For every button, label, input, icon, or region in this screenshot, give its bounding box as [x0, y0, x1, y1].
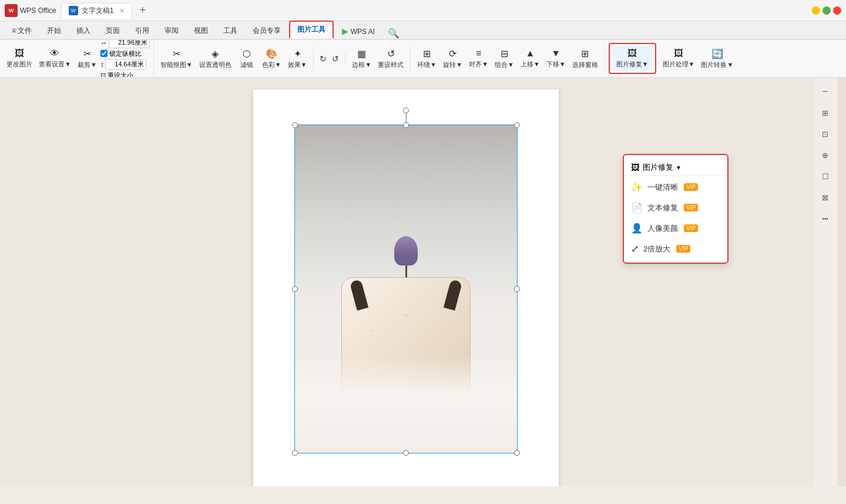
handle-top-left[interactable] — [292, 122, 298, 128]
rotate-line — [406, 113, 407, 122]
toolbar-group-edit: ✂ 智能抠图▼ ◈ 设置透明色 ⬡ 滤镜 🎨 色彩▼ ✦ 效果▼ — [157, 46, 314, 71]
toolbar-group-pic: 🖼 更改图片 👁 查看设置▼ ✂ 裁剪▼ ↔ 锁定纵横比 ↕ — [4, 40, 154, 78]
image-container[interactable] — [294, 125, 518, 453]
move-down-button[interactable]: ▼ 下移▼ — [543, 46, 569, 70]
repair-button[interactable]: 🖼 图片修复▼ — [613, 46, 652, 70]
handle-bottom-left[interactable] — [292, 450, 298, 456]
ribbon-tabs: ≡ 文件 开始 插入 页面 引用 审阅 视图 工具 会员专享 图片工具 ▶ WP… — [0, 21, 846, 40]
repair-label: 图片修复▼ — [616, 60, 649, 69]
handle-rotate[interactable] — [403, 107, 409, 113]
width-input[interactable] — [109, 40, 150, 48]
zoom-out-button[interactable]: − — [816, 82, 835, 101]
tab-page[interactable]: 页面 — [99, 23, 127, 39]
handle-top-right[interactable] — [514, 122, 520, 128]
process-button[interactable]: 🖼 图片处理▼ — [660, 46, 698, 70]
toolbar-group-layout: ⊞ 环绕▼ ⟳ 旋转▼ ≡ 对齐▼ ⊟ 组合▼ ▲ 上移▼ ▼ 下移▼ ⊞ 选择… — [414, 46, 605, 71]
select-all-icon: ⊞ — [581, 48, 589, 59]
main-content: − ⊞ ⊡ ⊕ ☐ ⊠ ••• 🖼 图片修复 ▼ ✨ 一键清晰 — [0, 78, 846, 486]
doc-tab-close[interactable]: ✕ — [119, 7, 125, 15]
selection-overlay — [294, 125, 518, 453]
app-logo: W WPS Office — [5, 4, 56, 17]
effect-button[interactable]: ✦ 效果▼ — [285, 46, 310, 71]
doc-icon: W — [69, 6, 78, 15]
maximize-button[interactable] — [822, 6, 831, 15]
handle-bottom-middle[interactable] — [403, 450, 409, 456]
tab-home[interactable]: 开始 — [40, 23, 68, 39]
height-input[interactable] — [105, 59, 146, 70]
select-all-button[interactable]: ⊞ 选择窗格 — [569, 46, 601, 71]
zoom-in-button[interactable]: ⊕ — [816, 146, 835, 164]
handle-middle-left[interactable] — [292, 286, 298, 292]
crop-view-button[interactable]: ⊡ — [816, 125, 835, 143]
new-tab-btn[interactable]: + — [137, 4, 148, 16]
handle-bottom-right[interactable] — [514, 450, 520, 456]
rotate-ccw-icon: ↺ — [332, 54, 339, 63]
tab-insert[interactable]: 插入 — [69, 23, 98, 39]
handle-middle-right[interactable] — [514, 286, 520, 292]
beauty-icon: 👤 — [631, 223, 643, 234]
clear-label: 一键清晰 — [647, 182, 678, 193]
tab-view[interactable]: 视图 — [187, 23, 215, 39]
color-icon: 🎨 — [266, 48, 277, 59]
repair-item-clear[interactable]: ✨ 一键清晰 VIP — [624, 177, 727, 197]
tab-file[interactable]: ≡ 文件 — [5, 23, 39, 39]
search-icon[interactable]: 🔍 — [388, 28, 400, 39]
window-controls — [812, 6, 841, 15]
enlarge-label: 2倍放大 — [643, 244, 670, 254]
title-bar: W WPS Office W 文字文稿1 ✕ + — [0, 0, 846, 21]
repair-item-beauty[interactable]: 👤 人像美颜 VIP — [624, 218, 727, 238]
move-down-icon: ▼ — [551, 48, 560, 59]
height-icon: ↕ — [100, 61, 104, 69]
fit-page-button[interactable]: ⊞ — [816, 103, 835, 122]
view-settings-button[interactable]: 👁 查看设置▼ — [36, 46, 74, 70]
tab-reference[interactable]: 引用 — [128, 23, 156, 39]
convert-icon: 🔄 — [711, 48, 723, 59]
width-input-row: ↔ — [100, 40, 150, 48]
close-button[interactable] — [833, 6, 841, 15]
smart-crop-icon: ✂ — [173, 48, 180, 59]
size-inputs: ↔ 锁定纵横比 ↕ ⊡ 重设大小 — [100, 40, 150, 78]
wps-icon: W — [5, 4, 18, 17]
minimize-button[interactable] — [812, 6, 820, 15]
rotate-cw-button[interactable]: ↻ — [317, 53, 329, 65]
expand-button[interactable]: ⊠ — [816, 188, 835, 207]
more-icon: ••• — [822, 216, 828, 222]
tab-picture-tools[interactable]: 图片工具 — [289, 21, 334, 39]
width-icon: ↔ — [100, 40, 108, 47]
convert-button[interactable]: 🔄 图片转换▼ — [698, 46, 736, 71]
crop-button[interactable]: ✂ 裁剪▼ — [75, 46, 100, 71]
doc-page — [253, 89, 559, 486]
filter-button[interactable]: ⬡ 滤镜 — [235, 46, 258, 71]
handle-top-middle[interactable] — [403, 122, 409, 128]
repair-item-enlarge[interactable]: ⤢ 2倍放大 VIP — [624, 238, 727, 259]
border-button[interactable]: ▦ 边框▼ — [349, 46, 374, 71]
resize-row: ⊡ 重设大小 — [100, 71, 150, 78]
tab-tools[interactable]: 工具 — [216, 23, 244, 39]
rotate-menu-button[interactable]: ⟳ 旋转▼ — [440, 46, 465, 71]
text-repair-vip-badge: VIP — [684, 204, 698, 211]
align-button[interactable]: ≡ 对齐▼ — [466, 46, 491, 70]
scrollbar[interactable] — [838, 78, 846, 486]
color-button[interactable]: 🎨 色彩▼ — [259, 46, 284, 71]
rotate-ccw-button[interactable]: ↺ — [330, 53, 341, 65]
doc-tab[interactable]: W 文字文稿1 ✕ — [61, 3, 133, 18]
tab-ai[interactable]: ▶ WPS AI — [335, 23, 382, 39]
surround-button[interactable]: ⊞ 环绕▼ — [414, 46, 439, 71]
more-button[interactable]: ••• — [816, 209, 835, 228]
repair-item-text[interactable]: 📄 文本修复 VIP — [624, 197, 727, 218]
frame-button[interactable]: ☐ — [816, 167, 835, 186]
lock-ratio-checkbox[interactable] — [100, 50, 108, 57]
reset-style-button[interactable]: ↺ 重设样式 — [375, 46, 407, 71]
tab-vip[interactable]: 会员专享 — [246, 23, 288, 39]
expand-icon: ⊠ — [822, 193, 828, 202]
set-transparent-button[interactable]: ◈ 设置透明色 — [196, 46, 234, 71]
filter-icon: ⬡ — [243, 48, 251, 59]
move-up-button[interactable]: ▲ 上移▼ — [518, 46, 543, 70]
smart-crop-button[interactable]: ✂ 智能抠图▼ — [157, 46, 196, 71]
toolbar-group-border: ▦ 边框▼ ↺ 重设样式 — [349, 46, 411, 71]
combine-button[interactable]: ⊟ 组合▼ — [492, 46, 517, 71]
enlarge-icon: ⤢ — [631, 243, 639, 254]
change-pic-button[interactable]: 🖼 更改图片 — [4, 46, 35, 70]
tab-review[interactable]: 审阅 — [157, 23, 186, 39]
height-input-row: ↕ — [100, 59, 150, 70]
